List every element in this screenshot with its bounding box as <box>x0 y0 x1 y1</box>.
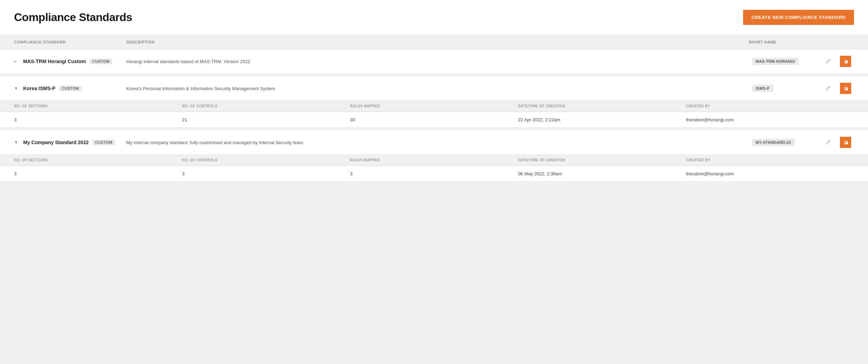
sub-created-by-value: theodore@horangi.com <box>686 117 854 122</box>
sub-col-headers: No. Of Sections No. Of Controls Rules Ma… <box>0 101 868 112</box>
sub-rules-value: 3 <box>350 171 518 176</box>
sub-datetime-value: 22 Apr 2022, 2:22am <box>518 117 686 122</box>
page-header: Compliance Standards CREATE NEW COMPLIAN… <box>0 0 868 35</box>
sub-col-datetime: Date/Time Of Creation <box>518 104 686 108</box>
sub-col-headers: No. Of Sections No. Of Controls Rules Ma… <box>0 155 868 166</box>
edit-icon-button[interactable] <box>822 83 834 94</box>
sub-data-row: 3 21 30 22 Apr 2022, 2:22am theodore@hor… <box>0 112 868 127</box>
sub-controls-value: 21 <box>182 117 350 122</box>
standard-description: Horangi internal standards based of MAS-… <box>126 59 752 64</box>
col-header-actions <box>819 40 840 44</box>
custom-badge: Custom <box>92 140 115 145</box>
standard-name: My Company Standard 2022 <box>23 140 89 145</box>
standard-name: Korea ISMS-P <box>23 86 55 91</box>
sub-col-sections: No. Of Sections <box>14 104 182 108</box>
short-name-badge: ISMS-P <box>752 85 773 92</box>
sub-sections-value: 3 <box>14 117 182 122</box>
sub-sections-value: 3 <box>14 171 182 176</box>
standard-main-row: ▼ Korea ISMS-P Custom Korea's Personal i… <box>0 76 868 100</box>
chevron-down-icon[interactable]: ▼ <box>14 140 20 145</box>
sub-col-created-by: Created By <box>686 158 854 162</box>
sub-created-by-value: theodore@horangi.com <box>686 171 854 176</box>
short-name-badge: MY-STANDARD-22 <box>752 139 795 146</box>
settings-icon-button[interactable] <box>840 56 851 67</box>
sub-col-controls: No. Of Controls <box>182 104 350 108</box>
compliance-table: COMPLIANCE STANDARD DESCRIPTION SHORT NA… <box>0 35 868 182</box>
custom-badge: Custom <box>89 59 112 64</box>
col-header-settings <box>840 40 854 44</box>
sub-datetime-value: 06 May 2022, 2:38am <box>518 171 686 176</box>
table-row: ▼ Korea ISMS-P Custom Korea's Personal i… <box>0 76 868 128</box>
sub-col-rules: Rules Mapped <box>350 158 518 162</box>
sub-data-row: 3 3 3 06 May 2022, 2:38am theodore@horan… <box>0 166 868 181</box>
standard-main-row: ▼ My Company Standard 2022 Custom My int… <box>0 130 868 154</box>
create-compliance-standard-button[interactable]: CREATE NEW COMPLIANCE STANDARD <box>743 10 854 25</box>
col-header-standard: COMPLIANCE STANDARD <box>14 40 126 44</box>
short-name-cell: ISMS-P <box>752 85 822 92</box>
chevron-down-icon[interactable]: ▼ <box>14 86 20 91</box>
table-column-headers: COMPLIANCE STANDARD DESCRIPTION SHORT NA… <box>0 35 868 49</box>
edit-icon-button[interactable] <box>822 56 834 67</box>
standard-description: Korea's Personal information & Informati… <box>126 86 752 91</box>
standard-name: MAS-TRM Horangi Custom <box>23 59 86 64</box>
col-header-short-name: SHORT NAME <box>749 40 819 44</box>
sub-col-created-by: Created By <box>686 104 854 108</box>
standard-description: My internal company standard, fully cust… <box>126 140 752 145</box>
standard-main-row: ▶ MAS-TRM Horangi Custom Custom Horangi … <box>0 49 868 73</box>
page-title: Compliance Standards <box>14 11 132 24</box>
sub-col-sections: No. Of Sections <box>14 158 182 162</box>
chevron-right-icon[interactable]: ▶ <box>14 59 20 64</box>
short-name-badge: MAS-TRM-HORANGI <box>752 58 799 65</box>
sub-rules-value: 30 <box>350 117 518 122</box>
sub-controls-value: 3 <box>182 171 350 176</box>
short-name-cell: MY-STANDARD-22 <box>752 139 822 146</box>
standard-name-cell: ▶ MAS-TRM Horangi Custom Custom <box>14 59 126 64</box>
sub-col-datetime: Date/Time Of Creation <box>518 158 686 162</box>
settings-icon-button[interactable] <box>840 137 851 148</box>
custom-badge: Custom <box>59 86 82 91</box>
table-row: ▶ MAS-TRM Horangi Custom Custom Horangi … <box>0 49 868 74</box>
sub-col-controls: No. Of Controls <box>182 158 350 162</box>
sub-table: No. Of Sections No. Of Controls Rules Ma… <box>0 100 868 127</box>
settings-icon-button[interactable] <box>840 83 851 94</box>
edit-icon-button[interactable] <box>822 137 834 148</box>
standard-name-cell: ▼ My Company Standard 2022 Custom <box>14 140 126 145</box>
col-header-description: DESCRIPTION <box>126 40 749 44</box>
sub-table: No. Of Sections No. Of Controls Rules Ma… <box>0 154 868 181</box>
standard-name-cell: ▼ Korea ISMS-P Custom <box>14 86 126 91</box>
sub-col-rules: Rules Mapped <box>350 104 518 108</box>
table-row: ▼ My Company Standard 2022 Custom My int… <box>0 130 868 182</box>
short-name-cell: MAS-TRM-HORANGI <box>752 58 822 65</box>
